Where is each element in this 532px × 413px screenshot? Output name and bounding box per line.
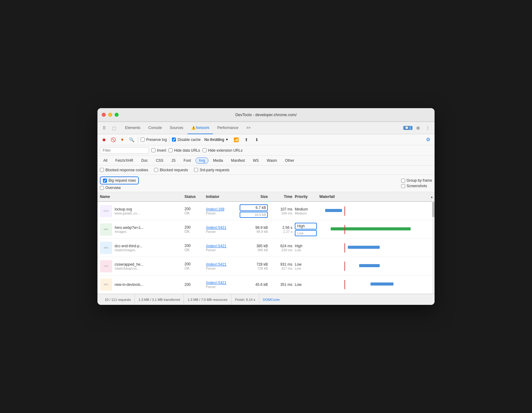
res-btn-other[interactable]: Other — [282, 157, 298, 164]
row-2-name-cell: IMG dcc-end-third-p... /static/images — [97, 239, 183, 257]
row-3-thumbnail: CSS — [100, 260, 112, 272]
row-0-priority: Medium Medium — [294, 202, 318, 220]
filter-icon[interactable]: ▼ — [118, 136, 126, 144]
res-btn-media[interactable]: Media — [210, 157, 226, 164]
sort-arrow-icon: ▲ — [430, 195, 433, 199]
network-icons: 📶 ⬆ ⬇ — [232, 136, 261, 144]
group-by-frame-checkbox[interactable] — [401, 179, 405, 183]
blocked-requests-checkbox[interactable] — [154, 168, 158, 172]
row-2-waterfall-bar — [319, 243, 433, 252]
tab-more[interactable]: >> — [243, 122, 254, 134]
badge-icon: 💬 — [405, 126, 408, 130]
screenshots-checkbox[interactable] — [401, 184, 405, 188]
col-header-name[interactable]: Name — [97, 195, 183, 199]
tab-console[interactable]: Console — [145, 122, 165, 134]
row-0-name-cell: SVG lockup.svg www.gstatic.co... — [97, 202, 183, 220]
table-row[interactable]: IMG new-in-devtools... 200 (index):5421 … — [97, 275, 435, 294]
res-btn-img[interactable]: Img — [196, 157, 208, 164]
scrollbar-thumb[interactable] — [432, 202, 435, 217]
row-2-thumbnail: IMG — [100, 242, 112, 254]
invert-checkbox[interactable] — [151, 148, 155, 152]
hide-ext-urls-checkbox[interactable] — [203, 148, 207, 152]
row-3-time: 931 ms 317 ms — [269, 257, 294, 275]
devtools-body: ⠿ ⬚ Elements Console Sources ⚠️ Network … — [97, 122, 435, 305]
col-header-size[interactable]: Size — [238, 195, 269, 199]
overview-checkbox[interactable] — [100, 186, 104, 190]
messages-badge[interactable]: 💬 1 — [403, 126, 412, 130]
col-header-initiator[interactable]: Initiator — [205, 195, 238, 199]
tab-network[interactable]: ⚠️ Network — [188, 122, 213, 134]
filter-row: Invert Hide data URLs Hide extension URL… — [97, 145, 435, 156]
col-header-status[interactable]: Status — [183, 195, 205, 199]
res-btn-js[interactable]: JS — [168, 157, 179, 164]
device-toggle-icon[interactable]: ⬚ — [110, 124, 118, 132]
status-resources: 1.3 MB / 7.0 MB resources — [184, 294, 231, 305]
throttle-selector[interactable]: No throttling ▼ — [204, 138, 229, 142]
wifi-icon[interactable]: 📶 — [232, 136, 240, 144]
hide-ext-urls-checkbox-label[interactable]: Hide extension URLs — [203, 148, 243, 153]
minimize-button[interactable] — [108, 113, 112, 117]
blocked-resp-cookies-checkbox[interactable] — [100, 168, 104, 172]
settings-icon[interactable]: ⚙ — [414, 124, 422, 132]
big-request-rows-checkbox[interactable] — [103, 179, 107, 183]
record-stop-button[interactable]: ⏺ — [100, 136, 108, 144]
devtools-window: DevTools - developer.chrome.com/ ⠿ ⬚ Ele… — [97, 108, 435, 305]
invert-checkbox-label[interactable]: Invert — [151, 148, 166, 153]
res-btn-all[interactable]: All — [100, 157, 111, 164]
upload-icon[interactable]: ⬆ — [242, 136, 250, 144]
pointer-icon[interactable]: ⠿ — [100, 124, 108, 132]
table-row[interactable]: IMG dcc-end-third-p... /static/images 20… — [97, 239, 435, 257]
disable-cache-checkbox-label[interactable]: Disable cache — [172, 138, 200, 142]
big-request-rows-label[interactable]: Big request rows — [100, 176, 139, 184]
res-btn-css[interactable]: CSS — [152, 157, 167, 164]
res-btn-fetch-xhr[interactable]: Fetch/XHR — [112, 157, 137, 164]
row-4-waterfall-bar — [319, 280, 433, 289]
status-finish: Finish: 6.14 s — [231, 294, 259, 305]
blocked-requests-label[interactable]: Blocked requests — [154, 168, 188, 172]
divider-1 — [138, 137, 138, 143]
res-btn-ws[interactable]: WS — [249, 157, 262, 164]
res-btn-font[interactable]: Font — [180, 157, 194, 164]
filter-input[interactable] — [100, 147, 149, 154]
maximize-button[interactable] — [115, 113, 119, 117]
tab-performance[interactable]: Performance — [214, 122, 242, 134]
preserve-log-checkbox-label[interactable]: Preserve log — [141, 138, 167, 142]
blocked-resp-cookies-label[interactable]: Blocked response cookies — [100, 168, 148, 172]
hide-data-urls-checkbox[interactable] — [169, 148, 173, 152]
res-btn-wasm[interactable]: Wasm — [264, 157, 281, 164]
network-settings-icon[interactable]: ⚙ — [424, 136, 432, 144]
row-0-time: 107 ms 106 ms — [269, 202, 294, 220]
hide-data-urls-checkbox-label[interactable]: Hide data URLs — [169, 148, 200, 153]
row-3-waterfall — [318, 257, 435, 275]
clear-button[interactable]: 🚫 — [109, 136, 117, 144]
preserve-log-checkbox[interactable] — [141, 138, 145, 142]
row-2-size: 385 kB 385 kB — [238, 239, 269, 257]
disable-cache-checkbox[interactable] — [172, 138, 176, 142]
download-icon[interactable]: ⬇ — [253, 136, 261, 144]
overview-label[interactable]: Overview — [100, 186, 352, 190]
table-row[interactable]: CSS csswrapped_he... /static/blog/css...… — [97, 257, 435, 275]
res-btn-doc[interactable]: Doc — [138, 157, 151, 164]
tab-sources[interactable]: Sources — [166, 122, 187, 134]
res-btn-manifest[interactable]: Manifest — [228, 157, 248, 164]
third-party-requests-label[interactable]: 3rd-party requests — [194, 168, 229, 172]
row-1-name-cell: IMG hero.webp?w=1... /images — [97, 220, 183, 238]
search-icon[interactable]: 🔍 — [127, 136, 135, 144]
col-header-waterfall[interactable]: Waterfall ▲ — [318, 195, 435, 199]
row-4-time: 351 ms — [269, 275, 294, 294]
third-party-requests-checkbox[interactable] — [194, 168, 198, 172]
col-header-priority[interactable]: Priority — [294, 195, 318, 199]
table-row[interactable]: SVG lockup.svg www.gstatic.co... 200 OK … — [97, 202, 435, 220]
row-1-status: 200 OK — [183, 220, 205, 238]
group-by-frame-label[interactable]: Group by frame — [401, 178, 432, 183]
col-header-time[interactable]: Time — [269, 195, 294, 199]
more-options-icon[interactable]: ⋮ — [424, 124, 432, 132]
waterfall-red-line — [344, 280, 345, 289]
close-button[interactable] — [102, 113, 106, 117]
row-1-size: 98.9 kB 98.9 kB — [238, 220, 269, 238]
table-row[interactable]: IMG hero.webp?w=1... /images 200 OK (ind… — [97, 220, 435, 239]
blocked-row: Blocked response cookies Blocked request… — [97, 165, 435, 175]
tab-elements[interactable]: Elements — [121, 122, 144, 134]
screenshots-label[interactable]: Screenshots — [401, 184, 432, 188]
row-1-time: 2.56 s 2.27 s — [269, 220, 294, 238]
